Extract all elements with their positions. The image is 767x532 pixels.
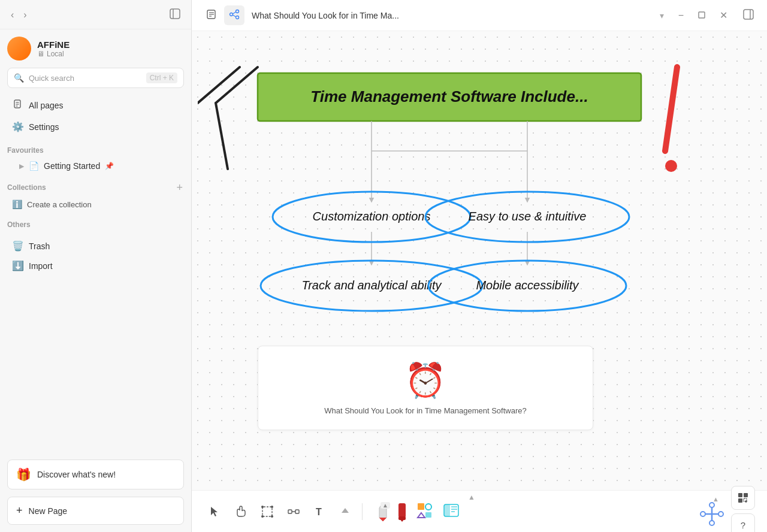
workspace-avatar xyxy=(7,37,31,61)
all-pages-label: All pages xyxy=(29,101,64,110)
template-icon xyxy=(443,502,460,519)
select-icon xyxy=(209,506,221,518)
expand-icon xyxy=(340,507,350,516)
hand-tool-button[interactable] xyxy=(230,501,252,522)
add-collection-button[interactable]: + xyxy=(175,182,184,193)
collections-section-label: Collections + xyxy=(0,175,191,195)
titlebar: What Should You Look for in Time Ma... ▾… xyxy=(192,0,767,31)
panel-toggle-button[interactable] xyxy=(166,6,184,24)
frame-icon xyxy=(261,506,273,518)
create-collection-item[interactable]: ℹ️ Create a collection xyxy=(7,195,184,213)
sidebar-nav: All pages ⚙️ Settings xyxy=(0,93,191,139)
search-icon: 🔍 xyxy=(14,73,24,83)
svg-rect-62 xyxy=(444,504,450,516)
text-icon: T xyxy=(314,506,326,518)
svg-marker-50 xyxy=(342,508,349,513)
help-button[interactable]: ? xyxy=(731,513,755,533)
svg-point-58 xyxy=(425,504,431,510)
more-tools-button[interactable] xyxy=(336,502,355,521)
svg-point-44 xyxy=(261,515,264,518)
shape-tool-button[interactable] xyxy=(413,500,437,524)
sidebar: ‹ › AFFiNE 🖥 Local 🔍 Quick search Ctrl +… xyxy=(0,0,192,532)
svg-point-74 xyxy=(709,521,714,525)
new-page-label: New Page xyxy=(29,506,68,516)
edge-mode-icon xyxy=(229,9,240,20)
pen-tool-button[interactable]: ▲ xyxy=(375,501,391,522)
svg-rect-66 xyxy=(738,493,742,497)
search-bar[interactable]: 🔍 Quick search Ctrl + K xyxy=(7,68,184,88)
svg-rect-47 xyxy=(295,510,299,513)
right-panel-toggle[interactable] xyxy=(739,7,757,24)
favourites-section-label: Favourites xyxy=(0,139,191,157)
edge-mode-button[interactable] xyxy=(224,5,244,25)
frame-tool-button[interactable] xyxy=(256,501,278,522)
svg-text:Customization options: Customization options xyxy=(313,210,431,223)
nav-back-button[interactable]: ‹ xyxy=(7,7,17,23)
discover-label: Discover what's new! xyxy=(37,470,116,479)
nav-forward-button[interactable]: › xyxy=(20,7,30,23)
connector-tool-button[interactable] xyxy=(283,501,304,522)
svg-rect-67 xyxy=(744,493,748,497)
create-collection-label: Create a collection xyxy=(27,200,92,209)
pin-emoji: 📌 xyxy=(105,162,114,170)
hand-icon xyxy=(235,506,247,518)
svg-rect-54 xyxy=(398,503,406,518)
svg-marker-59 xyxy=(418,513,425,518)
minimize-button[interactable]: − xyxy=(674,8,689,23)
plus-icon: + xyxy=(16,504,23,517)
document-title: What Should You Look for in Time Ma... xyxy=(252,11,650,20)
shape-icon xyxy=(416,502,433,519)
help-icon: ? xyxy=(741,520,745,530)
marker-tool-button[interactable] xyxy=(394,501,410,522)
pages-icon xyxy=(12,99,24,111)
settings-icon: ⚙️ xyxy=(12,121,24,132)
maximize-icon xyxy=(698,11,705,19)
right-panel-icon xyxy=(743,9,754,20)
svg-point-45 xyxy=(271,515,273,518)
discover-button[interactable]: 🎁 Discover what's new! xyxy=(7,460,184,489)
sidebar-item-all-pages[interactable]: All pages xyxy=(7,95,184,116)
sidebar-nav-buttons: ‹ › xyxy=(7,7,31,23)
doc-card-title: What Should You Look for in Time Managem… xyxy=(324,406,526,415)
color-expand-area: ▲ xyxy=(468,491,475,501)
canvas-area[interactable]: Time Management Software Include... xyxy=(192,31,767,490)
window-controls: − ✕ xyxy=(674,7,732,23)
svg-line-36 xyxy=(198,67,240,103)
marker-icon xyxy=(394,501,410,522)
search-placeholder: Quick search xyxy=(29,74,141,83)
new-page-button[interactable]: + New Page xyxy=(7,497,184,525)
sidebar-item-settings[interactable]: ⚙️ Settings xyxy=(7,117,184,137)
sidebar-item-getting-started[interactable]: ▶ 📄 Getting Started 📌 xyxy=(7,157,184,175)
svg-point-39 xyxy=(665,160,677,172)
maximize-button[interactable] xyxy=(693,8,710,23)
sidebar-item-trash[interactable]: 🗑️ Trash xyxy=(7,236,184,256)
close-button[interactable]: ✕ xyxy=(715,7,732,23)
grid-icon xyxy=(738,492,748,503)
template-tool-button[interactable] xyxy=(439,500,463,524)
svg-text:T: T xyxy=(316,507,322,517)
svg-rect-15 xyxy=(699,12,705,18)
svg-point-11 xyxy=(236,10,239,13)
svg-rect-60 xyxy=(425,512,431,518)
svg-point-10 xyxy=(230,13,233,16)
color-expand-button[interactable]: ▲ xyxy=(468,493,475,501)
clock-icon: ⏰ xyxy=(404,361,446,400)
doc-mode-button[interactable] xyxy=(201,5,222,25)
svg-point-43 xyxy=(271,506,273,508)
import-icon: ⬇️ xyxy=(12,260,24,271)
workspace-area[interactable]: AFFiNE 🖥 Local xyxy=(0,29,191,65)
grid-layout-button[interactable] xyxy=(731,486,755,510)
svg-rect-41 xyxy=(262,507,272,516)
svg-line-13 xyxy=(233,12,236,14)
select-tool-button[interactable] xyxy=(204,501,225,522)
sidebar-item-import[interactable]: ⬇️ Import xyxy=(7,256,184,276)
sidebar-top-nav: ‹ › xyxy=(0,0,191,29)
svg-point-73 xyxy=(709,503,714,507)
chevron-right-icon: ▶ xyxy=(19,162,24,170)
right-floating-buttons: ? xyxy=(731,486,755,533)
annotation-left xyxy=(198,61,318,181)
title-dropdown-button[interactable]: ▾ xyxy=(657,8,666,23)
svg-point-42 xyxy=(261,506,264,508)
text-tool-button[interactable]: T xyxy=(309,501,331,522)
annotation-exclamation xyxy=(659,61,719,193)
